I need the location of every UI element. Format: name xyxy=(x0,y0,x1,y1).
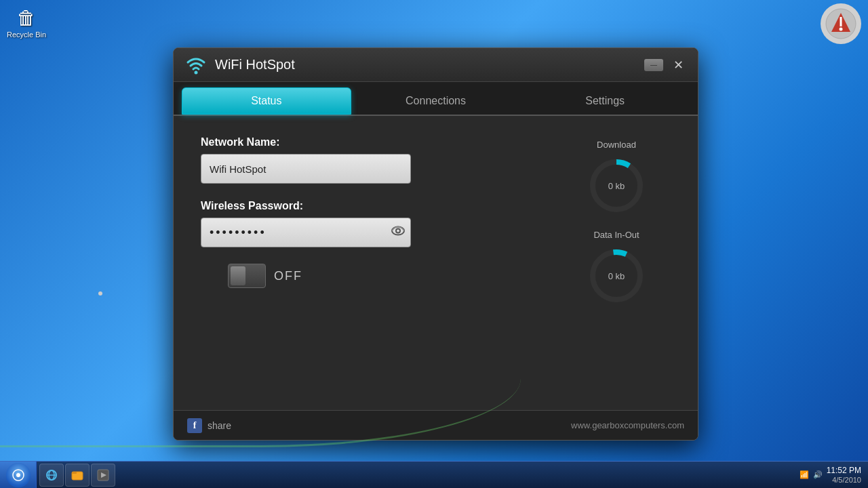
app-window: WiFi HotSpot — ✕ Status Connections Sett… xyxy=(173,47,698,441)
taskbar-ie-icon[interactable] xyxy=(39,464,64,487)
share-label: share xyxy=(208,420,231,431)
toggle-thumb xyxy=(231,266,245,285)
wifi-icon xyxy=(184,53,208,77)
tab-bar: Status Connections Settings xyxy=(174,82,698,116)
gauges-section: Download 0 kb Data In-Out xyxy=(562,136,671,396)
password-input[interactable] xyxy=(201,218,411,247)
network-name-input[interactable] xyxy=(201,154,411,184)
toggle-label: OFF xyxy=(274,269,302,283)
taskbar: 📶 🔊 11:52 PM 4/5/2010 xyxy=(0,461,868,488)
app-title: WiFi HotSpot xyxy=(215,57,644,73)
title-buttons: — ✕ xyxy=(644,56,688,75)
recycle-bin-icon[interactable]: 🗑 Recycle Bin xyxy=(7,7,46,39)
taskbar-explorer-icon[interactable] xyxy=(65,464,90,487)
password-label: Wireless Password: xyxy=(201,200,535,212)
minimize-button[interactable]: — xyxy=(644,59,663,71)
title-bar: WiFi HotSpot — ✕ xyxy=(174,48,698,82)
cursor xyxy=(98,291,102,296)
password-wrapper xyxy=(201,218,411,247)
svg-point-4 xyxy=(195,70,198,74)
download-gauge: 0 kb xyxy=(586,155,647,216)
tab-settings[interactable]: Settings xyxy=(520,87,690,115)
download-gauge-container: Download 0 kb xyxy=(586,140,647,216)
tab-connections[interactable]: Connections xyxy=(351,87,521,115)
data-inout-label: Data In-Out xyxy=(593,230,639,240)
toggle-wrapper: OFF xyxy=(228,264,535,288)
taskbar-items xyxy=(37,464,793,487)
facebook-icon: f xyxy=(187,418,202,433)
svg-point-12 xyxy=(16,473,20,477)
share-button[interactable]: f share xyxy=(187,418,231,433)
taskbar-date: 4/5/2010 xyxy=(832,476,861,484)
footer: f share www.gearboxcomputers.com xyxy=(174,410,698,440)
data-inout-gauge-container: Data In-Out 0 kb xyxy=(586,230,647,306)
password-toggle-icon[interactable] xyxy=(391,225,406,241)
taskbar-volume-icon: 🔊 xyxy=(813,470,823,479)
close-button[interactable]: ✕ xyxy=(669,56,688,75)
taskbar-network-icon: 📶 xyxy=(800,470,809,479)
data-inout-gauge: 0 kb xyxy=(586,245,647,306)
recycle-bin-label: Recycle Bin xyxy=(7,30,46,39)
download-value: 0 kb xyxy=(608,181,625,191)
content-area: Network Name: Wireless Password: xyxy=(174,116,698,410)
download-label: Download xyxy=(597,140,636,150)
svg-point-6 xyxy=(396,229,400,233)
tab-status[interactable]: Status xyxy=(182,87,351,115)
start-button[interactable] xyxy=(0,462,37,489)
svg-point-3 xyxy=(840,28,843,31)
footer-url: www.gearboxcomputers.com xyxy=(571,420,684,430)
app-logo xyxy=(821,3,861,44)
taskbar-system: 📶 🔊 11:52 PM 4/5/2010 xyxy=(793,466,868,484)
taskbar-time: 11:52 PM xyxy=(827,466,861,475)
data-inout-value: 0 kb xyxy=(608,271,625,281)
toggle-switch[interactable] xyxy=(228,264,266,288)
start-orb xyxy=(6,463,31,487)
network-name-label: Network Name: xyxy=(201,136,535,148)
taskbar-media-icon[interactable] xyxy=(91,464,115,487)
svg-rect-17 xyxy=(72,472,77,474)
desktop: 🗑 Recycle Bin WiFi Hot xyxy=(0,0,868,488)
form-section: Network Name: Wireless Password: xyxy=(201,136,535,396)
